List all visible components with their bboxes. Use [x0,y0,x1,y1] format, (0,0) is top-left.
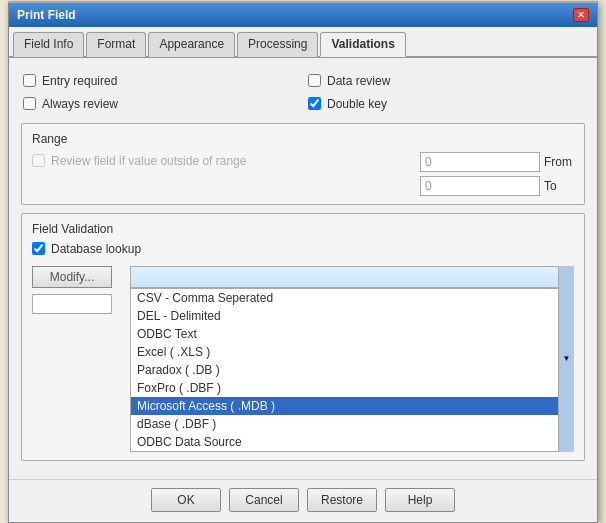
data-review-label: Data review [327,74,390,88]
dropdown-item[interactable]: DEL - Delimited [131,307,573,325]
dropdown-item[interactable]: Excel ( .XLS ) [131,343,573,361]
dropdown-list: CSV - Comma SeperatedDEL - DelimitedODBC… [130,288,574,452]
to-label: To [544,179,574,193]
footer: OK Cancel Restore Help [9,479,597,522]
entry-required-label: Entry required [42,74,117,88]
tab-processing[interactable]: Processing [237,32,318,57]
help-button[interactable]: Help [385,488,455,512]
fv-header: Database lookup [32,242,574,260]
dropdown-wrapper: ▼ CSV - Comma SeperatedDEL - DelimitedOD… [130,266,574,452]
fv-text-input[interactable] [32,294,112,314]
dropdown-item[interactable]: Paradox ( .DB ) [131,361,573,379]
always-review-label: Always review [42,97,118,111]
close-button[interactable]: ✕ [573,8,589,22]
dropdown-item[interactable]: CSV - Comma Seperated [131,289,573,307]
from-label: From [544,155,574,169]
dropdown-item[interactable]: ODBC Data Source [131,433,573,451]
double-key-label: Double key [327,97,387,111]
restore-button[interactable]: Restore [307,488,377,512]
entry-required-row[interactable]: Entry required [23,74,298,88]
double-key-row[interactable]: Double key [308,97,583,111]
data-review-row[interactable]: Data review [308,74,583,88]
field-validation-label: Field Validation [32,222,574,236]
database-lookup-label: Database lookup [51,242,141,256]
tab-format[interactable]: Format [86,32,146,57]
database-lookup-row[interactable]: Database lookup [32,242,141,256]
range-from-row: From [420,152,574,172]
dropdown-item[interactable]: Microsoft Access ( .MDB ) [131,397,573,415]
tab-field-info[interactable]: Field Info [13,32,84,57]
cancel-button[interactable]: Cancel [229,488,299,512]
range-section-label: Range [32,132,574,146]
entry-required-checkbox[interactable] [23,74,36,87]
fv-right: ▼ CSV - Comma SeperatedDEL - DelimitedOD… [130,266,574,452]
range-to-row: To [420,176,574,196]
title-bar: Print Field ✕ [9,3,597,27]
dropdown-item[interactable]: FoxPro ( .DBF ) [131,379,573,397]
fv-body: Modify... ▼ CSV - Comma SeperatedDEL - D… [32,266,574,452]
range-section: Range Review field if value outside of r… [21,123,585,205]
double-key-checkbox[interactable] [308,97,321,110]
dropdown-arrow-icon[interactable]: ▼ [558,266,574,452]
always-review-row[interactable]: Always review [23,97,298,111]
always-review-checkbox[interactable] [23,97,36,110]
range-inner: Review field if value outside of range F… [32,152,574,196]
fv-left: Modify... [32,266,122,452]
range-left: Review field if value outside of range [32,154,410,168]
tab-appearance[interactable]: Appearance [148,32,235,57]
range-to-input[interactable] [420,176,540,196]
dropdown-item[interactable]: ODBC Text [131,325,573,343]
print-field-window: Print Field ✕ Field Info Format Appearan… [8,1,598,523]
tab-content: Entry required Always review Data review… [9,58,597,479]
range-right: From To [420,152,574,196]
tab-validations[interactable]: Validations [320,32,405,57]
window-title: Print Field [17,8,76,22]
range-from-input[interactable] [420,152,540,172]
dropdown-display[interactable]: ▼ [130,266,574,288]
dropdown-item[interactable]: dBase ( .DBF ) [131,415,573,433]
database-lookup-checkbox[interactable] [32,242,45,255]
ok-button[interactable]: OK [151,488,221,512]
tab-bar: Field Info Format Appearance Processing … [9,27,597,58]
field-validation-section: Field Validation Database lookup Modify.… [21,213,585,461]
review-field-label: Review field if value outside of range [51,154,246,168]
review-field-checkbox[interactable] [32,154,45,167]
title-bar-buttons: ✕ [573,8,589,22]
data-review-checkbox[interactable] [308,74,321,87]
modify-button[interactable]: Modify... [32,266,112,288]
